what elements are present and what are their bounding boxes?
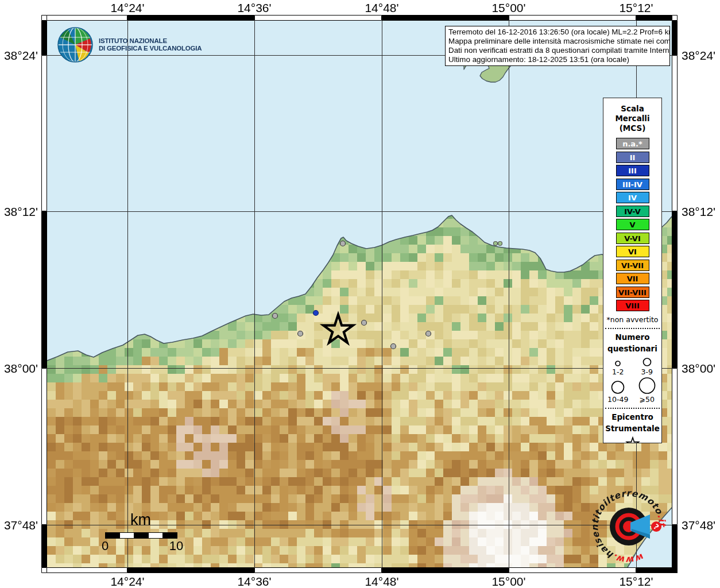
lat-label: 38°12' (0, 205, 38, 219)
legend-class-swatch: V (616, 219, 649, 230)
lat-label: 37°48' (682, 519, 715, 532)
legend-class-swatch: III (616, 165, 649, 176)
scale-bar-segment (106, 533, 120, 538)
questionnaire-size-key: 1-23-910-49⩾50 (603, 357, 661, 404)
legend-footnote: *non avvertito (603, 315, 661, 324)
questionnaire-title-line: questionari (603, 343, 661, 354)
legend-title-line: Mercalli (603, 114, 661, 123)
legend-star-icon (624, 435, 641, 443)
questionnaire-circle-icon (608, 359, 628, 368)
legend-class-swatch: IV-V (616, 206, 649, 217)
ingv-wordmark: ISTITUTO NAZIONALE DI GEOFISICA E VULCAN… (99, 37, 202, 53)
epicenter-title-line: Epicentro (603, 411, 661, 423)
event-info-line: Dati non verificati estratti da 8 questi… (448, 46, 667, 55)
legend-class-swatch: V-VI (616, 233, 649, 244)
lon-label: 14°48' (365, 575, 398, 588)
lon-label: 14°24' (110, 1, 144, 15)
legend-title: ScalaMercalli(MCS) (603, 104, 661, 133)
lon-label: 14°24' (110, 575, 144, 588)
ingv-line1: ISTITUTO NAZIONALE (99, 37, 202, 45)
questionnaire-size-label: 1-2 (612, 368, 624, 376)
questionnaire-size-item: ⩾50 (633, 376, 662, 404)
legend-class-swatch: VIII (616, 300, 649, 311)
event-info-line: Ultimo aggiornamento: 18-12-2025 13:51 (… (448, 55, 667, 64)
lon-label: 14°36' (237, 1, 271, 15)
lat-label: 38°24' (682, 49, 715, 63)
ingv-globe-icon (57, 27, 93, 63)
legend-class-swatch: III-IV (616, 179, 649, 190)
scale-bar: km 0 10 (92, 511, 189, 557)
event-info-line: Terremoto del 16-12-2016 13:26:50 (ora l… (448, 28, 667, 37)
ingv-logo: ISTITUTO NAZIONALE DI GEOFISICA E VULCAN… (57, 27, 202, 63)
questionnaire-count-title: Numeroquestionari (603, 331, 661, 354)
questionnaire-circle-icon (637, 357, 657, 368)
lon-label: 14°48' (365, 1, 398, 15)
questionnaire-size-label: 3-9 (641, 368, 653, 376)
scale-bar-segment (149, 533, 163, 538)
lat-label: 38°12' (682, 205, 715, 219)
legend-class-swatch: VI-VII (616, 260, 649, 271)
questionnaire-circle-icon (608, 380, 628, 395)
lon-label: 15°00' (491, 1, 525, 15)
epicenter-legend-title: EpicentroStrumentale (603, 411, 661, 434)
lat-label: 38°00' (682, 362, 715, 376)
lat-label: 38°00' (0, 362, 38, 376)
event-info-line: Mappa preliminare delle intensità macros… (448, 37, 667, 46)
questionnaire-size-item: 10-49 (603, 376, 633, 404)
macroseismic-map-page: 14°24'14°24'14°36'14°36'14°48'14°48'15°0… (0, 0, 720, 588)
questionnaire-size-label: ⩾50 (640, 395, 655, 404)
lon-label: 15°00' (491, 575, 525, 588)
questionnaire-size-item: 1-2 (603, 357, 633, 376)
mcs-scale-swatches: n.a.*IIIIIIII-IVIVIV-VVV-VIVIVI-VIIVIIVI… (603, 138, 661, 311)
scale-bar-rule (105, 532, 177, 539)
legend-class-swatch: II (616, 152, 649, 163)
scale-bar-segment (120, 533, 134, 538)
scale-bar-segment (163, 533, 177, 538)
legend-title-line: (MCS) (603, 123, 661, 133)
scale-bar-unit: km (92, 511, 189, 529)
legend-title-line: Scala (603, 104, 661, 114)
scale-bar-end: 10 (169, 539, 183, 554)
legend-class-swatch: IV (616, 192, 649, 203)
scale-bar-segment (134, 533, 149, 538)
lon-label: 14°36' (237, 575, 271, 588)
ingv-line2: DI GEOFISICA E VULCANOLOGIA (99, 45, 202, 53)
legend-class-swatch: VII (616, 273, 649, 284)
scale-bar-start: 0 (102, 539, 109, 554)
epicenter-title-line: Strumentale (603, 423, 661, 434)
questionnaire-title-line: Numero (603, 331, 661, 343)
lon-label: 15°12' (619, 1, 653, 15)
legend-class-swatch: VI (616, 246, 649, 257)
lat-label: 38°24' (0, 49, 38, 63)
lon-label: 15°12' (619, 575, 653, 588)
questionnaire-circle-icon (637, 376, 657, 395)
legend-divider (605, 328, 660, 329)
questionnaire-size-label: 10-49 (607, 395, 628, 404)
legend-star-icon (603, 435, 661, 443)
legend-class-swatch: VII-VIII (616, 287, 649, 298)
legend-class-swatch: n.a.* (616, 138, 649, 149)
legend-divider (605, 408, 660, 409)
questionnaire-size-item: 3-9 (633, 357, 662, 376)
lat-label: 37°48' (0, 519, 38, 532)
event-info-box: Terremoto del 16-12-2016 13:26:50 (ora l… (445, 26, 670, 66)
legend-panel: ScalaMercalli(MCS) n.a.*IIIIIIII-IVIVIV-… (603, 98, 662, 443)
